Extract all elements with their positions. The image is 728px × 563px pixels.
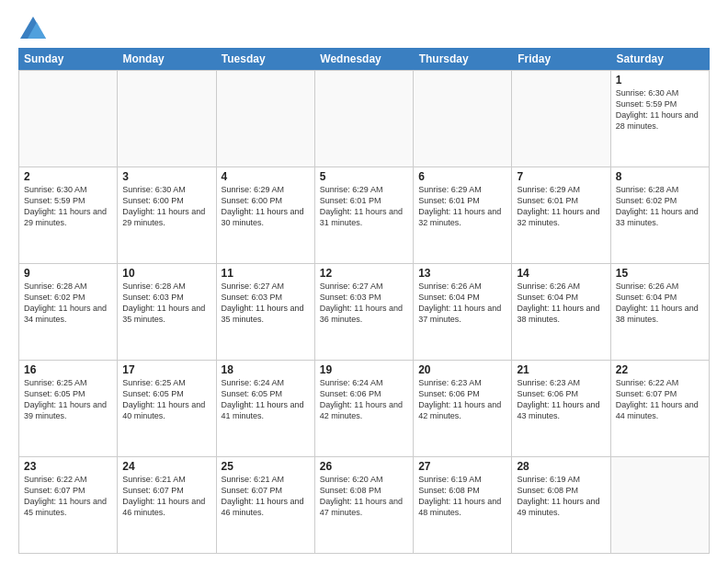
day-number: 17 [122, 363, 210, 376]
day-cell-6: 6Sunrise: 6:29 AM Sunset: 6:01 PM Daylig… [414, 167, 512, 264]
logo [18, 15, 51, 40]
day-info: Sunrise: 6:26 AM Sunset: 6:04 PM Dayligh… [616, 281, 704, 326]
day-info: Sunrise: 6:21 AM Sunset: 6:07 PM Dayligh… [122, 474, 210, 519]
calendar-row-4: 23Sunrise: 6:22 AM Sunset: 6:07 PM Dayli… [19, 457, 710, 554]
day-number: 12 [320, 267, 408, 280]
day-info: Sunrise: 6:28 AM Sunset: 6:02 PM Dayligh… [24, 281, 112, 326]
day-cell-1: 1Sunrise: 6:30 AM Sunset: 5:59 PM Daylig… [611, 71, 710, 167]
day-cell-19: 19Sunrise: 6:24 AM Sunset: 6:06 PM Dayli… [315, 361, 414, 457]
day-cell-20: 20Sunrise: 6:23 AM Sunset: 6:06 PM Dayli… [414, 361, 512, 457]
day-info: Sunrise: 6:29 AM Sunset: 6:01 PM Dayligh… [517, 184, 605, 229]
calendar-header: SundayMondayTuesdayWednesdayThursdayFrid… [18, 48, 710, 70]
empty-cell [217, 71, 315, 167]
day-number: 22 [616, 363, 704, 376]
day-info: Sunrise: 6:30 AM Sunset: 5:59 PM Dayligh… [24, 184, 112, 229]
day-cell-27: 27Sunrise: 6:19 AM Sunset: 6:08 PM Dayli… [414, 457, 512, 554]
day-cell-17: 17Sunrise: 6:25 AM Sunset: 6:05 PM Dayli… [118, 361, 216, 457]
header-day-tuesday: Tuesday [216, 48, 314, 70]
day-info: Sunrise: 6:28 AM Sunset: 6:03 PM Dayligh… [122, 281, 210, 326]
day-number: 9 [24, 267, 112, 280]
day-info: Sunrise: 6:26 AM Sunset: 6:04 PM Dayligh… [418, 281, 506, 326]
day-info: Sunrise: 6:26 AM Sunset: 6:04 PM Dayligh… [517, 281, 605, 326]
day-number: 7 [517, 170, 605, 183]
day-number: 6 [418, 170, 506, 183]
day-number: 18 [222, 363, 310, 376]
day-cell-14: 14Sunrise: 6:26 AM Sunset: 6:04 PM Dayli… [512, 264, 610, 361]
day-cell-9: 9Sunrise: 6:28 AM Sunset: 6:02 PM Daylig… [19, 264, 118, 361]
day-number: 8 [616, 170, 704, 183]
day-info: Sunrise: 6:30 AM Sunset: 5:59 PM Dayligh… [616, 87, 704, 132]
header-day-sunday: Sunday [18, 48, 117, 70]
header-day-saturday: Saturday [611, 48, 710, 70]
day-info: Sunrise: 6:29 AM Sunset: 6:00 PM Dayligh… [222, 184, 310, 229]
day-number: 5 [320, 170, 408, 183]
day-cell-7: 7Sunrise: 6:29 AM Sunset: 6:01 PM Daylig… [512, 167, 610, 264]
day-info: Sunrise: 6:21 AM Sunset: 6:07 PM Dayligh… [222, 474, 310, 519]
day-number: 24 [122, 460, 210, 473]
day-info: Sunrise: 6:30 AM Sunset: 6:00 PM Dayligh… [122, 184, 210, 229]
day-number: 20 [418, 363, 506, 376]
calendar-row-2: 9Sunrise: 6:28 AM Sunset: 6:02 PM Daylig… [19, 264, 710, 361]
day-cell-26: 26Sunrise: 6:20 AM Sunset: 6:08 PM Dayli… [315, 457, 414, 554]
day-info: Sunrise: 6:29 AM Sunset: 6:01 PM Dayligh… [320, 184, 408, 229]
logo-icon [18, 15, 48, 40]
day-number: 1 [616, 74, 704, 86]
day-number: 4 [222, 170, 310, 183]
day-info: Sunrise: 6:28 AM Sunset: 6:02 PM Dayligh… [616, 184, 704, 229]
day-cell-23: 23Sunrise: 6:22 AM Sunset: 6:07 PM Dayli… [19, 457, 118, 554]
day-number: 23 [24, 460, 112, 473]
day-info: Sunrise: 6:19 AM Sunset: 6:08 PM Dayligh… [418, 474, 506, 519]
day-info: Sunrise: 6:29 AM Sunset: 6:01 PM Dayligh… [418, 184, 506, 229]
empty-cell [118, 71, 216, 167]
day-number: 14 [517, 267, 605, 280]
header-day-friday: Friday [512, 48, 610, 70]
day-number: 28 [517, 460, 605, 473]
day-number: 11 [222, 267, 310, 280]
empty-cell [19, 71, 118, 167]
day-cell-13: 13Sunrise: 6:26 AM Sunset: 6:04 PM Dayli… [414, 264, 512, 361]
calendar-row-1: 2Sunrise: 6:30 AM Sunset: 5:59 PM Daylig… [19, 167, 710, 264]
day-info: Sunrise: 6:22 AM Sunset: 6:07 PM Dayligh… [616, 377, 704, 422]
day-info: Sunrise: 6:23 AM Sunset: 6:06 PM Dayligh… [517, 377, 605, 422]
day-info: Sunrise: 6:27 AM Sunset: 6:03 PM Dayligh… [320, 281, 408, 326]
day-cell-18: 18Sunrise: 6:24 AM Sunset: 6:05 PM Dayli… [217, 361, 315, 457]
day-cell-25: 25Sunrise: 6:21 AM Sunset: 6:07 PM Dayli… [217, 457, 315, 554]
day-cell-21: 21Sunrise: 6:23 AM Sunset: 6:06 PM Dayli… [512, 361, 610, 457]
day-info: Sunrise: 6:24 AM Sunset: 6:06 PM Dayligh… [320, 377, 408, 422]
empty-cell [611, 457, 710, 554]
day-info: Sunrise: 6:22 AM Sunset: 6:07 PM Dayligh… [24, 474, 112, 519]
day-cell-4: 4Sunrise: 6:29 AM Sunset: 6:00 PM Daylig… [217, 167, 315, 264]
day-number: 10 [122, 267, 210, 280]
empty-cell [315, 71, 414, 167]
day-info: Sunrise: 6:27 AM Sunset: 6:03 PM Dayligh… [222, 281, 310, 326]
day-cell-16: 16Sunrise: 6:25 AM Sunset: 6:05 PM Dayli… [19, 361, 118, 457]
day-cell-11: 11Sunrise: 6:27 AM Sunset: 6:03 PM Dayli… [217, 264, 315, 361]
day-cell-28: 28Sunrise: 6:19 AM Sunset: 6:08 PM Dayli… [512, 457, 610, 554]
calendar: SundayMondayTuesdayWednesdayThursdayFrid… [18, 48, 710, 554]
day-cell-15: 15Sunrise: 6:26 AM Sunset: 6:04 PM Dayli… [611, 264, 710, 361]
page: SundayMondayTuesdayWednesdayThursdayFrid… [0, 0, 728, 563]
header-day-monday: Monday [117, 48, 215, 70]
day-number: 13 [418, 267, 506, 280]
day-number: 25 [222, 460, 310, 473]
calendar-body: 1Sunrise: 6:30 AM Sunset: 5:59 PM Daylig… [18, 70, 710, 554]
empty-cell [414, 71, 512, 167]
day-info: Sunrise: 6:19 AM Sunset: 6:08 PM Dayligh… [517, 474, 605, 519]
day-cell-3: 3Sunrise: 6:30 AM Sunset: 6:00 PM Daylig… [118, 167, 216, 264]
day-number: 27 [418, 460, 506, 473]
day-cell-22: 22Sunrise: 6:22 AM Sunset: 6:07 PM Dayli… [611, 361, 710, 457]
day-number: 26 [320, 460, 408, 473]
day-cell-10: 10Sunrise: 6:28 AM Sunset: 6:03 PM Dayli… [118, 264, 216, 361]
calendar-row-3: 16Sunrise: 6:25 AM Sunset: 6:05 PM Dayli… [19, 361, 710, 457]
day-info: Sunrise: 6:24 AM Sunset: 6:05 PM Dayligh… [222, 377, 310, 422]
day-number: 21 [517, 363, 605, 376]
calendar-row-0: 1Sunrise: 6:30 AM Sunset: 5:59 PM Daylig… [19, 71, 710, 167]
day-info: Sunrise: 6:25 AM Sunset: 6:05 PM Dayligh… [24, 377, 112, 422]
day-cell-12: 12Sunrise: 6:27 AM Sunset: 6:03 PM Dayli… [315, 264, 414, 361]
day-cell-24: 24Sunrise: 6:21 AM Sunset: 6:07 PM Dayli… [118, 457, 216, 554]
header-day-thursday: Thursday [414, 48, 512, 70]
day-number: 3 [122, 170, 210, 183]
header-day-wednesday: Wednesday [314, 48, 413, 70]
day-info: Sunrise: 6:23 AM Sunset: 6:06 PM Dayligh… [418, 377, 506, 422]
day-cell-5: 5Sunrise: 6:29 AM Sunset: 6:01 PM Daylig… [315, 167, 414, 264]
